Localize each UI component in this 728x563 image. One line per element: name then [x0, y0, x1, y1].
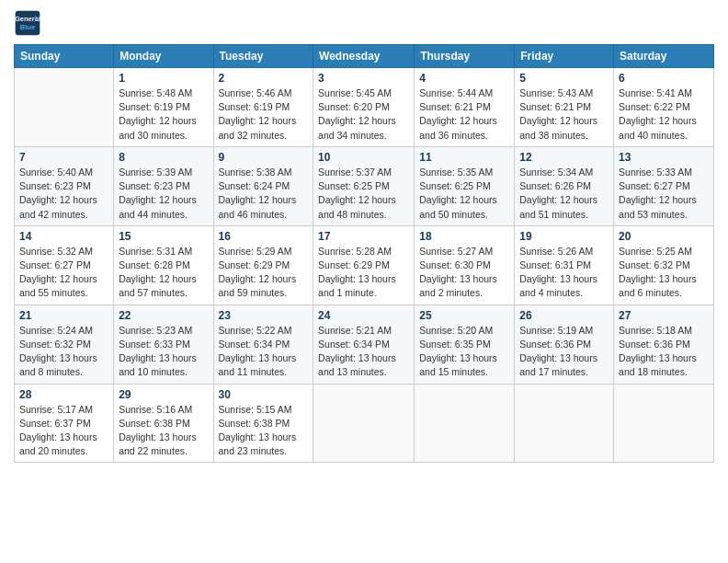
day-number: 1 — [119, 72, 208, 85]
calendar-cell: 30Sunrise: 5:15 AM Sunset: 6:38 PM Dayli… — [213, 384, 313, 463]
day-info: Sunrise: 5:32 AM Sunset: 6:27 PM Dayligh… — [19, 245, 108, 301]
calendar-cell: 25Sunrise: 5:20 AM Sunset: 6:35 PM Dayli… — [415, 304, 515, 384]
day-number: 6 — [619, 72, 709, 85]
svg-text:Blue: Blue — [20, 23, 35, 31]
day-number: 22 — [119, 309, 208, 322]
header: General Blue — [14, 9, 714, 37]
calendar-week-row: 7Sunrise: 5:40 AM Sunset: 6:23 PM Daylig… — [15, 146, 714, 225]
day-info: Sunrise: 5:37 AM Sunset: 6:25 PM Dayligh… — [318, 166, 409, 222]
calendar-cell: 29Sunrise: 5:16 AM Sunset: 6:38 PM Dayli… — [114, 384, 213, 463]
day-info: Sunrise: 5:19 AM Sunset: 6:36 PM Dayligh… — [519, 324, 609, 380]
calendar-cell: 22Sunrise: 5:23 AM Sunset: 6:33 PM Dayli… — [114, 304, 213, 384]
day-number: 11 — [419, 151, 509, 164]
day-info: Sunrise: 5:17 AM Sunset: 6:37 PM Dayligh… — [19, 403, 108, 459]
day-number: 13 — [619, 151, 709, 164]
day-number: 7 — [19, 151, 108, 164]
calendar-cell: 20Sunrise: 5:25 AM Sunset: 6:32 PM Dayli… — [614, 225, 714, 304]
day-number: 3 — [318, 72, 409, 85]
day-info: Sunrise: 5:33 AM Sunset: 6:27 PM Dayligh… — [619, 166, 709, 222]
page-container: General Blue SundayMondayTuesdayWednesda… — [0, 0, 728, 472]
day-number: 14 — [19, 230, 108, 243]
calendar-cell: 26Sunrise: 5:19 AM Sunset: 6:36 PM Dayli… — [515, 304, 614, 384]
calendar-cell: 18Sunrise: 5:27 AM Sunset: 6:30 PM Dayli… — [415, 225, 515, 304]
day-info: Sunrise: 5:24 AM Sunset: 6:32 PM Dayligh… — [19, 324, 108, 380]
calendar-cell: 9Sunrise: 5:38 AM Sunset: 6:24 PM Daylig… — [213, 146, 313, 225]
day-info: Sunrise: 5:46 AM Sunset: 6:19 PM Dayligh… — [219, 86, 309, 143]
calendar-header-row: SundayMondayTuesdayWednesdayThursdayFrid… — [15, 45, 714, 68]
day-number: 8 — [119, 151, 208, 164]
day-info: Sunrise: 5:29 AM Sunset: 6:29 PM Dayligh… — [219, 245, 309, 301]
day-info: Sunrise: 5:22 AM Sunset: 6:34 PM Dayligh… — [219, 324, 309, 380]
calendar-cell — [415, 384, 515, 463]
day-number: 27 — [619, 309, 709, 322]
day-number: 24 — [318, 309, 409, 322]
calendar-cell: 11Sunrise: 5:35 AM Sunset: 6:25 PM Dayli… — [415, 146, 515, 225]
day-info: Sunrise: 5:23 AM Sunset: 6:33 PM Dayligh… — [119, 324, 208, 380]
calendar-col-tuesday: Tuesday — [213, 45, 313, 68]
day-number: 30 — [219, 388, 309, 401]
calendar-cell: 1Sunrise: 5:48 AM Sunset: 6:19 PM Daylig… — [114, 68, 213, 147]
day-number: 4 — [419, 72, 509, 85]
day-number: 29 — [119, 388, 208, 401]
day-info: Sunrise: 5:34 AM Sunset: 6:26 PM Dayligh… — [519, 166, 609, 222]
day-number: 19 — [519, 230, 609, 243]
calendar-cell: 21Sunrise: 5:24 AM Sunset: 6:32 PM Dayli… — [15, 304, 114, 384]
day-number: 18 — [419, 230, 509, 243]
calendar-cell — [515, 384, 614, 463]
calendar-col-friday: Friday — [515, 45, 614, 68]
day-number: 12 — [519, 151, 609, 164]
calendar-cell: 27Sunrise: 5:18 AM Sunset: 6:36 PM Dayli… — [614, 304, 714, 384]
calendar-cell: 17Sunrise: 5:28 AM Sunset: 6:29 PM Dayli… — [313, 225, 415, 304]
day-number: 15 — [119, 230, 208, 243]
calendar-cell: 5Sunrise: 5:43 AM Sunset: 6:21 PM Daylig… — [515, 68, 614, 147]
day-number: 28 — [19, 388, 108, 401]
day-info: Sunrise: 5:41 AM Sunset: 6:22 PM Dayligh… — [619, 86, 709, 143]
calendar-cell: 6Sunrise: 5:41 AM Sunset: 6:22 PM Daylig… — [614, 68, 714, 147]
day-number: 9 — [219, 151, 309, 164]
day-info: Sunrise: 5:31 AM Sunset: 6:28 PM Dayligh… — [119, 245, 208, 301]
calendar-cell: 23Sunrise: 5:22 AM Sunset: 6:34 PM Dayli… — [213, 304, 313, 384]
day-number: 21 — [19, 309, 108, 322]
logo: General Blue — [14, 9, 45, 37]
day-number: 16 — [219, 230, 309, 243]
calendar-cell: 12Sunrise: 5:34 AM Sunset: 6:26 PM Dayli… — [515, 146, 614, 225]
calendar-cell: 19Sunrise: 5:26 AM Sunset: 6:31 PM Dayli… — [515, 225, 614, 304]
calendar-cell: 10Sunrise: 5:37 AM Sunset: 6:25 PM Dayli… — [313, 146, 415, 225]
calendar-cell: 15Sunrise: 5:31 AM Sunset: 6:28 PM Dayli… — [114, 225, 213, 304]
day-number: 17 — [318, 230, 409, 243]
day-number: 20 — [619, 230, 709, 243]
calendar-cell — [614, 384, 714, 463]
calendar-cell: 13Sunrise: 5:33 AM Sunset: 6:27 PM Dayli… — [614, 146, 714, 225]
day-number: 2 — [219, 72, 309, 85]
day-number: 25 — [419, 309, 509, 322]
day-info: Sunrise: 5:27 AM Sunset: 6:30 PM Dayligh… — [419, 245, 509, 301]
day-info: Sunrise: 5:15 AM Sunset: 6:38 PM Dayligh… — [219, 403, 309, 459]
calendar-table: SundayMondayTuesdayWednesdayThursdayFrid… — [14, 44, 714, 463]
calendar-col-monday: Monday — [114, 45, 213, 68]
day-info: Sunrise: 5:35 AM Sunset: 6:25 PM Dayligh… — [419, 166, 509, 222]
day-info: Sunrise: 5:16 AM Sunset: 6:38 PM Dayligh… — [119, 403, 208, 459]
calendar-col-sunday: Sunday — [15, 45, 114, 68]
day-info: Sunrise: 5:48 AM Sunset: 6:19 PM Dayligh… — [119, 86, 208, 143]
logo-icon: General Blue — [14, 9, 41, 37]
day-info: Sunrise: 5:26 AM Sunset: 6:31 PM Dayligh… — [519, 245, 609, 301]
calendar-cell: 2Sunrise: 5:46 AM Sunset: 6:19 PM Daylig… — [213, 68, 313, 147]
day-info: Sunrise: 5:28 AM Sunset: 6:29 PM Dayligh… — [318, 245, 409, 301]
day-info: Sunrise: 5:45 AM Sunset: 6:20 PM Dayligh… — [318, 86, 409, 143]
calendar-week-row: 28Sunrise: 5:17 AM Sunset: 6:37 PM Dayli… — [15, 384, 714, 463]
calendar-cell: 28Sunrise: 5:17 AM Sunset: 6:37 PM Dayli… — [15, 384, 114, 463]
day-info: Sunrise: 5:21 AM Sunset: 6:34 PM Dayligh… — [318, 324, 409, 380]
day-number: 10 — [318, 151, 409, 164]
day-info: Sunrise: 5:44 AM Sunset: 6:21 PM Dayligh… — [419, 86, 509, 143]
calendar-week-row: 1Sunrise: 5:48 AM Sunset: 6:19 PM Daylig… — [15, 68, 714, 147]
calendar-col-wednesday: Wednesday — [313, 45, 415, 68]
day-info: Sunrise: 5:20 AM Sunset: 6:35 PM Dayligh… — [419, 324, 509, 380]
calendar-cell: 4Sunrise: 5:44 AM Sunset: 6:21 PM Daylig… — [415, 68, 515, 147]
calendar-cell: 7Sunrise: 5:40 AM Sunset: 6:23 PM Daylig… — [15, 146, 114, 225]
calendar-col-thursday: Thursday — [415, 45, 515, 68]
day-info: Sunrise: 5:25 AM Sunset: 6:32 PM Dayligh… — [619, 245, 709, 301]
day-info: Sunrise: 5:39 AM Sunset: 6:23 PM Dayligh… — [119, 166, 208, 222]
calendar-cell: 24Sunrise: 5:21 AM Sunset: 6:34 PM Dayli… — [313, 304, 415, 384]
day-number: 26 — [519, 309, 609, 322]
day-number: 5 — [519, 72, 609, 85]
